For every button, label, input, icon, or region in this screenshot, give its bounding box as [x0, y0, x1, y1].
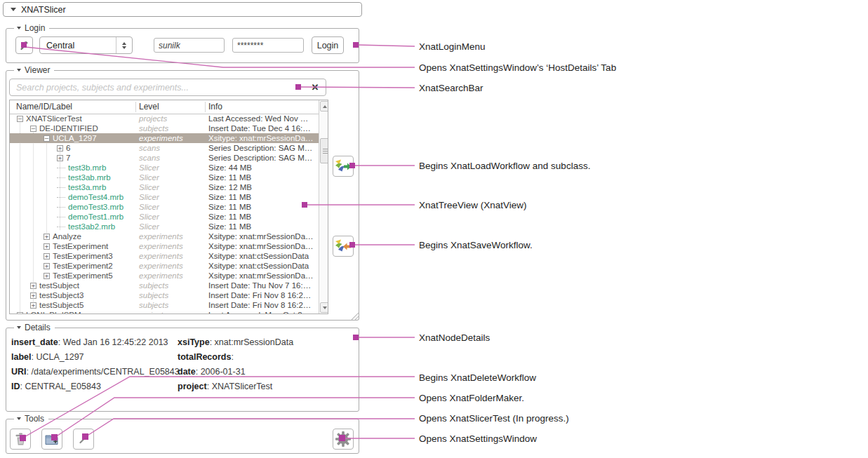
tree-item-level: subjects [139, 290, 168, 300]
tree-row[interactable]: test3ab2.mrbSlicerSize: 11 MB [10, 222, 319, 231]
tree-row[interactable]: test3ab.mrbSlicerSize: 11 MB [10, 173, 319, 182]
scroll-down-button[interactable] [320, 302, 328, 313]
tree-expander-icon[interactable]: + [44, 234, 50, 240]
tree-row[interactable]: demoTest3.mrbSlicerSize: 11 MB [10, 202, 319, 212]
scrollbar-thumb[interactable] [320, 138, 328, 163]
tree-expander-icon[interactable]: + [17, 312, 23, 315]
tree-row-name: –DE-IDENTIFIED [30, 123, 98, 133]
tree-row-name: demoTest1.mrb [57, 212, 123, 222]
wrench-icon [20, 41, 29, 50]
folder-plus-icon [45, 433, 60, 445]
tree-item-info: Insert Date: Thu Nov 7 16:… [208, 281, 318, 290]
tree-row-name: test3b.mrb [57, 163, 106, 173]
tree-item-level: scans [139, 143, 160, 153]
tree-row[interactable]: +LONI_PhdSPMprojectsLast Accessed: Mon O… [10, 310, 319, 314]
tree-item-label: testSubject [39, 281, 79, 290]
tree-expander-icon[interactable]: – [17, 116, 23, 122]
tree-item-level: experiments [139, 271, 183, 281]
tree-row[interactable]: +6scansSeries Description: SAG M… [10, 143, 319, 153]
tree-row[interactable]: +AnalyzeexperimentsXsitype: xnat:mrSessi… [10, 231, 319, 241]
tree-row[interactable]: demoTest4.mrbSlicerSize: 11 MB [10, 192, 319, 202]
tree-row[interactable]: +TestExperiment2experimentsXsitype: xnat… [10, 261, 319, 271]
tree-item-level: Slicer [139, 182, 159, 192]
tree-row[interactable]: demoTest1.mrbSlicerSize: 11 MB [10, 212, 319, 222]
tree-row[interactable]: –UCLA_1297experimentsXsitype: xnat:mrSes… [10, 133, 319, 143]
tree-expander-icon[interactable]: + [44, 263, 50, 269]
tree-row-name: +testSubject3 [30, 290, 84, 300]
annotation-label: Begins XnatDeleteWorkflow [419, 372, 536, 383]
detail-field-date: date: 2006-01-31 [178, 367, 246, 378]
details-section-header[interactable]: Details [14, 323, 55, 332]
column-header-info[interactable]: Info [208, 102, 222, 112]
search-bar[interactable]: Search projects, subjects and experiment… [9, 79, 326, 96]
tree-expander-icon[interactable]: + [30, 302, 36, 309]
tree-row[interactable]: +TestExperimentexperimentsXsitype: xnat:… [10, 241, 319, 251]
host-dropdown[interactable]: Central [39, 36, 133, 54]
tree-row[interactable]: +testSubject3subjectsInsert Date: Fri No… [10, 290, 319, 300]
settings-button[interactable] [333, 429, 354, 450]
annotation-label: XnatLoginMenu [419, 41, 486, 52]
tree-scrollbar[interactable] [319, 100, 328, 314]
tree-item-level: Slicer [139, 173, 159, 182]
tree-expander-icon[interactable]: + [44, 243, 50, 250]
tree-item-label: 6 [66, 143, 70, 153]
tree-row[interactable]: +7scansSeries Description: SAG M… [10, 153, 319, 163]
viewer-section-label: Viewer [25, 65, 50, 75]
tree-row-name: +TestExperiment5 [44, 271, 113, 281]
tree-item-label: testSubject3 [39, 290, 84, 300]
username-input[interactable] [154, 38, 225, 53]
test-button[interactable] [73, 429, 94, 450]
tree-row-name: +TestExperiment [44, 241, 108, 251]
tree-row[interactable]: +testSubject5subjectsInsert Date: Fri No… [10, 300, 319, 310]
host-settings-button[interactable] [15, 36, 33, 54]
login-section-header[interactable]: Login [14, 23, 49, 33]
delete-button[interactable] [10, 429, 31, 450]
tree-row[interactable]: +TestExperiment3experimentsXsitype: xnat… [10, 251, 319, 261]
login-button[interactable]: Login [312, 36, 344, 54]
tree-row-name: +LONI_PhdSPM [17, 310, 81, 314]
tree-expander-icon[interactable]: – [30, 126, 36, 132]
tree-row-name: +Analyze [44, 231, 81, 241]
scroll-up-button[interactable] [320, 101, 328, 112]
search-clear-button[interactable]: ✕ [305, 82, 326, 93]
folder-maker-button[interactable] [41, 429, 62, 450]
tools-section-header[interactable]: Tools [14, 414, 48, 424]
tree-expander-icon[interactable]: + [44, 253, 50, 260]
tree-expander-icon[interactable]: + [30, 283, 36, 289]
tree-item-level: experiments [139, 251, 183, 261]
column-header-level[interactable]: Level [139, 102, 159, 112]
annotation-label: XnatSearchBar [419, 83, 483, 93]
load-workflow-button[interactable] [333, 156, 354, 177]
gear-icon [335, 431, 352, 447]
xnat-tree-view[interactable]: Name/ID/Label Level Info –XNATSlicerTest… [9, 100, 328, 314]
column-divider[interactable] [205, 102, 206, 112]
column-header-name[interactable]: Name/ID/Label [16, 102, 72, 112]
password-input[interactable] [232, 38, 304, 53]
tree-row-name: test3ab2.mrb [57, 222, 115, 231]
tree-row[interactable]: test3a.mrbSlicerSize: 12 MB [10, 182, 319, 192]
tree-expander-icon[interactable]: + [57, 145, 63, 151]
module-collapse-bar[interactable]: XNATSlicer [3, 2, 362, 17]
detail-field-label: label: UCLA_1297 [11, 352, 84, 363]
tree-row[interactable]: –DE-IDENTIFIEDsubjectsInsert Date: Tue D… [10, 123, 319, 133]
dropdown-spinner-icon [116, 37, 132, 53]
tree-item-label: Analyze [53, 231, 81, 241]
viewer-section-header[interactable]: Viewer [14, 65, 54, 75]
tree-item-info: Last Accessed: Mon Oct 2… [208, 310, 318, 314]
search-placeholder: Search projects, subjects and experiment… [10, 83, 305, 93]
tree-row[interactable]: –XNATSlicerTestprojectsLast Accessed: We… [10, 114, 319, 123]
resize-grip[interactable] [351, 311, 360, 321]
save-workflow-button[interactable] [333, 236, 354, 257]
tree-item-level: subjects [139, 300, 168, 310]
tree-row[interactable]: +testSubjectsubjectsInsert Date: Thu Nov… [10, 281, 319, 290]
tree-body: –XNATSlicerTestprojectsLast Accessed: We… [10, 114, 319, 314]
tree-row-name: demoTest3.mrb [57, 202, 123, 212]
tree-row[interactable]: test3b.mrbSlicerSize: 44 MB [10, 163, 319, 173]
tree-expander-icon[interactable]: – [44, 135, 50, 142]
tree-row[interactable]: +TestExperiment5experimentsXsitype: xnat… [10, 271, 319, 281]
collapse-arrow-icon [17, 417, 21, 420]
column-divider[interactable] [135, 102, 136, 112]
tree-expander-icon[interactable]: + [57, 155, 63, 161]
tree-expander-icon[interactable]: + [44, 273, 50, 279]
tree-expander-icon[interactable]: + [30, 292, 36, 299]
